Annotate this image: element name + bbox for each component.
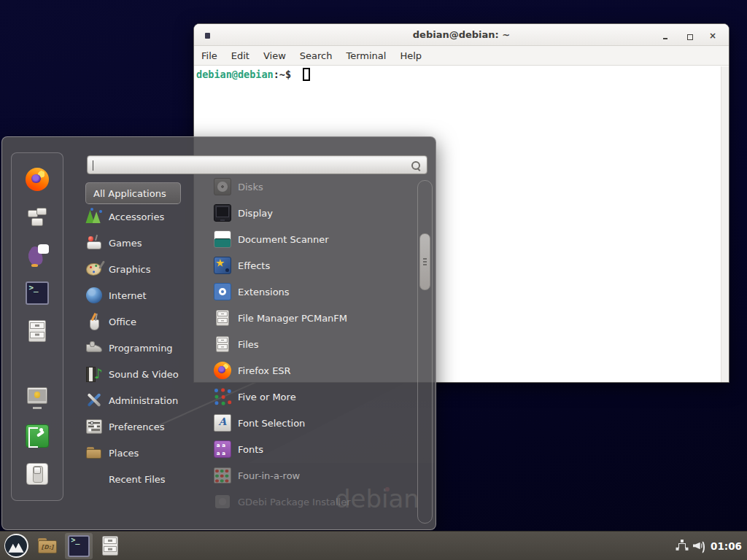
category-accessories[interactable]: Accessories [85, 203, 202, 230]
accessories-icon [85, 208, 103, 225]
category-label: Internet [109, 290, 147, 301]
cabinet-icon [99, 535, 121, 557]
preferences-icon [85, 418, 103, 435]
close-button[interactable] [703, 24, 722, 46]
firefox-icon [214, 362, 231, 379]
category-office[interactable]: Office [85, 308, 202, 335]
app-four-in-a-row[interactable]: Four-in-a-row [214, 462, 407, 489]
taskbar-terminal-launcher[interactable] [65, 533, 93, 559]
maximize-button[interactable] [680, 24, 699, 46]
folder-d-icon [36, 535, 58, 557]
administration-icon [85, 392, 103, 409]
app-display[interactable]: Display [214, 200, 407, 226]
favorite-package-keys[interactable] [26, 206, 49, 229]
search-icon [410, 160, 422, 171]
lock-screen-icon [26, 386, 49, 410]
app-firefox-esr[interactable]: Firefox ESR [214, 357, 407, 384]
app-label: GDebi Package Installer [238, 497, 351, 508]
minimize-button[interactable] [656, 24, 675, 46]
favorite-logout[interactable] [26, 424, 49, 448]
search-input[interactable] [87, 155, 427, 174]
category-recent-files[interactable]: Recent Files [85, 466, 202, 492]
shutdown-icon [26, 462, 49, 486]
terminal-menu-view[interactable]: View [263, 50, 286, 61]
four-in-a-row-icon [214, 467, 231, 484]
category-administration[interactable]: Administration [85, 387, 202, 413]
taskbar-cabinet-launcher[interactable] [96, 533, 124, 559]
category-games[interactable]: Games [85, 230, 202, 256]
app-disks[interactable]: Disks [214, 174, 407, 200]
extensions-icon [214, 283, 231, 300]
category-sound-video[interactable]: Sound & Video [85, 361, 202, 387]
favorite-lock-screen[interactable] [26, 386, 49, 410]
terminal-menu-help[interactable]: Help [400, 50, 422, 61]
logout-icon [26, 424, 49, 448]
app-effects[interactable]: Effects [214, 252, 407, 279]
favorite-firefox[interactable] [26, 168, 49, 191]
effects-icon [214, 257, 231, 274]
disks-icon [214, 178, 231, 195]
app-file-manager-pcmanfm[interactable]: File Manager PCManFM [214, 305, 407, 331]
taskbar-clock[interactable]: 01:06 [711, 540, 742, 552]
category-preferences[interactable]: Preferences [85, 413, 202, 440]
category-label: Games [109, 238, 142, 249]
programming-icon [85, 339, 103, 357]
category-programming[interactable]: Programming [85, 335, 202, 361]
terminal-menu-search[interactable]: Search [300, 50, 333, 61]
system-tray: 01:06 [676, 540, 742, 553]
terminal-title: debian@debian: ~ [194, 29, 729, 40]
pidgin-icon [26, 244, 49, 267]
taskbar: 01:06 [0, 531, 747, 560]
internet-icon [85, 287, 103, 304]
volume-tray-icon[interactable] [693, 540, 706, 553]
app-font-selection[interactable]: Font Selection [214, 410, 407, 436]
menu-logo-icon [4, 534, 28, 558]
category-label: Programming [109, 343, 173, 354]
category-internet[interactable]: Internet [85, 282, 202, 308]
network-tray-icon[interactable] [676, 540, 689, 553]
favorite-pidgin[interactable] [26, 244, 49, 267]
fonts-icon [214, 440, 231, 458]
app-label: Extensions [238, 287, 290, 298]
terminal-prompt: debian@debian:~$ [196, 68, 310, 81]
app-label: Disks [238, 182, 263, 192]
taskbar-menu-logo-button[interactable] [2, 533, 30, 559]
cabinet-icon [214, 335, 231, 353]
places-icon [85, 444, 103, 462]
terminal-titlebar[interactable]: debian@debian: ~ [194, 24, 729, 46]
app-label: Four-in-a-row [238, 470, 300, 481]
category-label: Preferences [109, 421, 164, 432]
category-label: Sound & Video [109, 369, 179, 380]
app-label: Font Selection [238, 418, 305, 429]
favorite-shutdown[interactable] [26, 462, 49, 486]
favorites-panel [11, 152, 63, 501]
app-files[interactable]: Files [214, 331, 407, 357]
application-menu: All Applications AccessoriesGamesGraphic… [1, 136, 436, 530]
app-document-scanner[interactable]: Document Scanner [214, 226, 407, 252]
terminal-menu-edit[interactable]: Edit [231, 50, 249, 61]
scrollbar-thumb[interactable] [419, 233, 430, 290]
gdebi-icon [214, 493, 231, 510]
favorite-cabinet[interactable] [26, 319, 49, 343]
font-selection-icon [214, 414, 231, 432]
terminal-menu-file[interactable]: File [201, 50, 217, 61]
terminal-scrollbar[interactable] [721, 66, 729, 382]
cabinet-icon [214, 309, 231, 327]
terminal-menubar: FileEditViewSearchTerminalHelp [194, 46, 729, 66]
app-gdebi-package-installer[interactable]: GDebi Package Installer [214, 489, 407, 515]
taskbar-folder-d-launcher[interactable] [34, 533, 61, 559]
package-keys-icon [26, 206, 49, 229]
application-list: DisksDisplayDocument ScannerEffectsExten… [214, 174, 407, 515]
category-list: AccessoriesGamesGraphicsInternetOfficePr… [85, 203, 202, 492]
office-icon [85, 313, 103, 330]
app-five-or-more[interactable]: Five or More [214, 384, 407, 410]
app-fonts[interactable]: Fonts [214, 436, 407, 462]
app-extensions[interactable]: Extensions [214, 279, 407, 305]
terminal-menu-terminal[interactable]: Terminal [346, 50, 386, 61]
category-places[interactable]: Places [85, 440, 202, 466]
filter-all-applications[interactable]: All Applications [85, 182, 181, 204]
favorite-terminal[interactable] [26, 281, 49, 305]
category-graphics[interactable]: Graphics [85, 256, 202, 282]
app-list-scrollbar[interactable] [417, 180, 433, 524]
terminal-icon [68, 535, 90, 557]
